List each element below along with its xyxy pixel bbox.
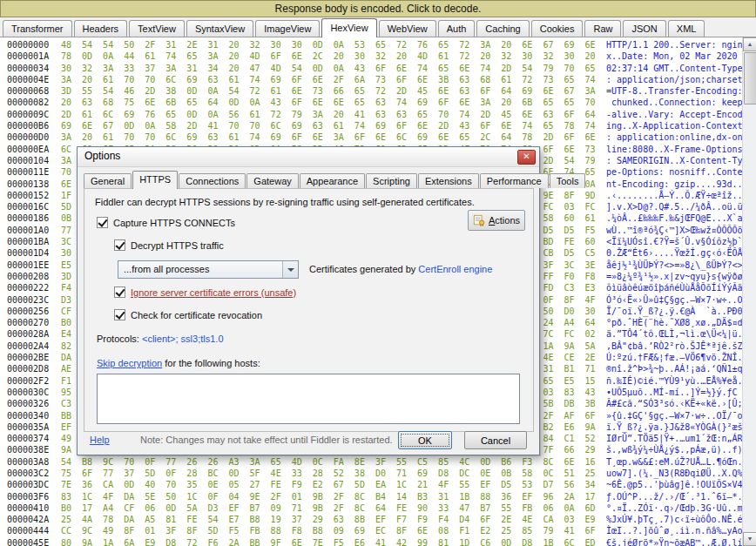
dialog-titlebar[interactable]: Options ✕ [78,147,539,167]
cancel-button[interactable]: Cancel [464,431,527,449]
capture-https-row[interactable]: Capture HTTPS CONNECTs [97,217,235,228]
inspector-tab-caching[interactable]: Caching [476,20,529,37]
inspector-tab-syntaxview[interactable]: SyntaxView [186,20,253,37]
ignore-cert-errors-label: Ignore server certificate errors (unsafe… [131,287,296,298]
skip-decryption-rest: for the following hosts: [162,358,260,368]
dialog-title: Options [78,150,120,162]
inspector-tab-imageview[interactable]: ImageView [255,20,320,37]
protocols-label: Protocols: [97,334,142,344]
decode-banner-text: Response body is encoded. Click to decod… [275,3,482,15]
help-link[interactable]: Help [90,435,110,445]
certificates-note: Certificates generated by CertEnroll eng… [309,264,492,274]
protocols-value[interactable]: <client>; ssl3;tls1.0 [142,334,224,344]
inspector-tab-xml[interactable]: XML [668,20,705,37]
check-revocation-row[interactable]: Check for certificate revocation [114,309,262,320]
options-tab-https[interactable]: HTTPS [132,171,178,189]
dropdown-arrow-icon [282,261,298,278]
options-tab-general[interactable]: General [84,173,132,188]
options-tab-extensions[interactable]: Extensions [418,173,479,188]
inspector-tab-webview[interactable]: WebView [379,20,436,37]
check-revocation-label: Check for certificate revocation [131,310,262,320]
capture-https-checkbox[interactable] [97,217,108,228]
skip-decryption-row: Skip decryption for the following hosts: [97,358,260,368]
options-tab-performance[interactable]: Performance [480,173,549,188]
certificate-icon [473,214,485,226]
inspector-tab-hexview[interactable]: HexView [321,18,376,37]
inspector-tabstrip: TransformerHeadersTextViewSyntaxViewImag… [0,17,756,37]
decode-banner[interactable]: Response body is encoded. Click to decod… [0,0,756,17]
restart-note: Note: Changes may not take effect until … [140,435,393,445]
inspector-tab-json[interactable]: JSON [623,20,665,37]
inspector-tab-cookies[interactable]: Cookies [531,20,584,37]
scroll-down-button[interactable]: ▼ [743,532,756,546]
decrypt-https-checkbox[interactable] [114,239,125,251]
skip-decryption-link[interactable]: Skip decryption [97,358,162,368]
check-revocation-checkbox[interactable] [114,309,125,320]
process-filter-dropdown[interactable]: ...from all processes [118,260,299,279]
hex-ascii-column[interactable]: HTTP/1.1 200..Server: ngin x..Date: Mon,… [606,39,742,546]
inspector-tab-auth[interactable]: Auth [438,20,476,37]
options-tab-scripting[interactable]: Scripting [366,173,417,188]
decrypt-https-row[interactable]: Decrypt HTTPS traffic [114,239,224,251]
scrollbar-thumb[interactable] [744,52,756,104]
dialog-footer: Help Note: Changes may not take effect u… [86,431,530,450]
inspector-tab-textview[interactable]: TextView [129,20,185,37]
inspector-tab-raw[interactable]: Raw [584,20,621,37]
decrypt-https-label: Decrypt HTTPS traffic [131,240,224,251]
options-dialog: Options ✕ GeneralHTTPSConnectionsGateway… [77,146,540,455]
certenroll-engine-text: CertEnroll engine [418,264,492,274]
ok-button[interactable]: OK [398,431,452,449]
options-tab-appearance[interactable]: Appearance [300,173,365,188]
actions-button[interactable]: Actions [468,210,525,231]
scroll-down-icon: ▼ [747,536,753,542]
actions-button-label: Actions [489,215,520,226]
options-tab-gateway[interactable]: Gateway [246,173,298,188]
ignore-cert-errors-checkbox[interactable] [114,286,125,298]
hex-offset-column: 00000000 0000001A 00000034 0000004E 0000… [7,39,49,546]
process-filter-value: ...from all processes [124,264,209,274]
protocols-row: Protocols: <client>; ssl3;tls1.0 [97,334,224,344]
vertical-scrollbar[interactable]: ▲ ▼ [742,37,756,546]
scroll-up-button[interactable]: ▲ [743,37,756,51]
capture-https-label: Capture HTTPS CONNECTs [113,218,235,228]
options-tab-connections[interactable]: Connections [179,173,246,188]
ignore-cert-errors-row[interactable]: Ignore server certificate errors (unsafe… [114,286,296,298]
scroll-up-icon: ▲ [747,41,753,47]
certificates-note-prefix: Certificates generated by [309,264,418,274]
close-button[interactable]: ✕ [517,150,536,165]
https-tab-page: Fiddler can decrypt HTTPS sessions by re… [84,188,534,432]
inspector-tab-transformer[interactable]: Transformer [3,20,72,37]
https-intro-text: Fiddler can decrypt HTTPS sessions by re… [95,197,530,207]
skip-hosts-textarea[interactable] [97,374,520,424]
options-tab-tools[interactable]: Tools [550,173,586,188]
close-icon: ✕ [523,152,530,161]
options-tabstrip: GeneralHTTPSConnectionsGatewayAppearance… [84,171,533,188]
inspector-tab-headers[interactable]: Headers [74,20,128,37]
